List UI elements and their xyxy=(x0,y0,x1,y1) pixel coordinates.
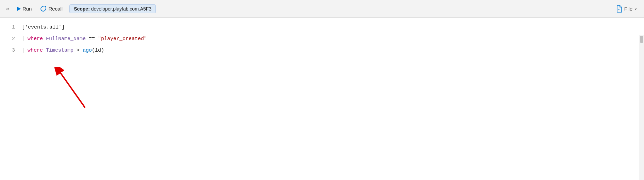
line-number-1: 1 xyxy=(0,22,15,33)
operator-gt: > xyxy=(73,45,83,56)
svg-rect-0 xyxy=(618,9,619,10)
scope-label: Scope: xyxy=(74,6,90,12)
annotation-arrow xyxy=(54,67,95,111)
scope-value-text: developer.playfab.com.A5F3 xyxy=(91,6,151,12)
code-line-1: ['events.all'] xyxy=(20,22,644,33)
line-indicator-3: | xyxy=(22,45,25,56)
keyword-where-3: where xyxy=(28,45,43,56)
scrollbar-thumb[interactable] xyxy=(640,36,643,43)
chevron-down-icon: ∨ xyxy=(634,6,637,11)
identifier-timestamp: Timestamp xyxy=(43,45,73,56)
recall-label: Recall xyxy=(48,6,63,12)
collapse-icon: « xyxy=(6,6,9,12)
operator-eq: == xyxy=(86,33,98,45)
keyword-where-2: where xyxy=(28,33,43,45)
editor-area: 1 2 3 ['events.all'] | where FullName_Na… xyxy=(0,18,644,180)
file-button[interactable]: File ∨ xyxy=(613,4,640,14)
run-label: Run xyxy=(22,6,32,12)
string-player-created: "player_created" xyxy=(98,33,147,45)
recall-button[interactable]: Recall xyxy=(37,4,65,14)
recall-icon xyxy=(40,5,47,12)
line-number-3: 3 xyxy=(0,45,15,56)
collapse-button[interactable]: « xyxy=(4,4,11,13)
line-number-2: 2 xyxy=(0,33,15,45)
scope-badge: Scope: developer.playfab.com.A5F3 xyxy=(69,4,156,13)
toolbar: « Run Recall Scope: developer.playfab.co… xyxy=(0,0,644,18)
code-line-2: | where FullName_Name == "player_created… xyxy=(20,33,644,45)
svg-rect-1 xyxy=(620,9,620,10)
file-label: File xyxy=(624,6,632,12)
run-button[interactable]: Run xyxy=(14,4,35,13)
line-numbers: 1 2 3 xyxy=(0,18,20,180)
run-icon xyxy=(17,6,21,11)
code-editor[interactable]: ['events.all'] | where FullName_Name == … xyxy=(20,18,644,180)
ago-args: (1d) xyxy=(92,45,104,56)
scrollbar-track[interactable] xyxy=(639,35,644,180)
svg-line-3 xyxy=(61,73,85,108)
line-indicator-2: | xyxy=(22,33,25,45)
identifier-fullname: FullName_Name xyxy=(43,33,86,45)
function-ago: ago xyxy=(83,45,92,56)
code-line-3: | where Timestamp > ago (1d) xyxy=(20,45,644,56)
file-icon xyxy=(616,5,623,13)
code-token: ['events.all'] xyxy=(22,22,65,33)
